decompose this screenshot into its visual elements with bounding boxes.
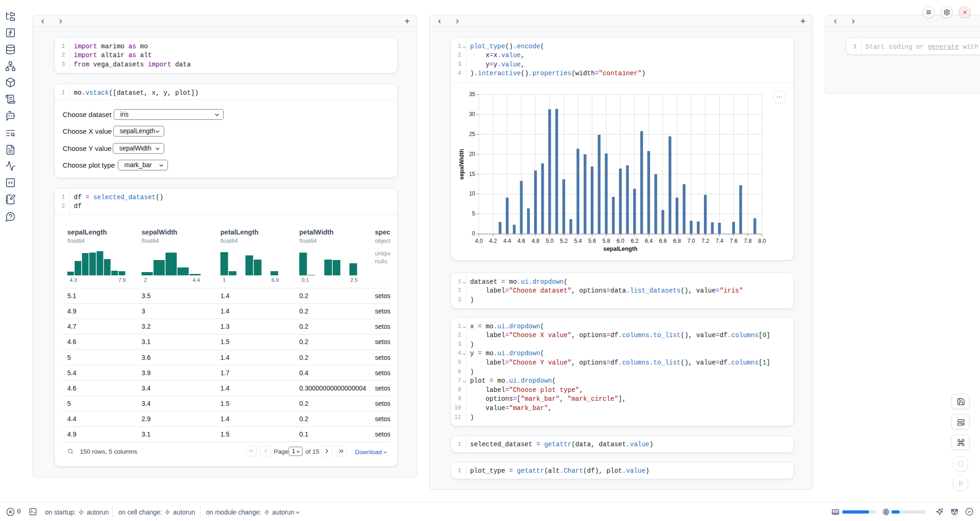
svg-text:6.8: 6.8 — [673, 238, 681, 244]
svg-text:4.0: 4.0 — [475, 238, 483, 244]
svg-text:sepalLength: sepalLength — [603, 246, 638, 252]
svg-text:7.2: 7.2 — [702, 238, 709, 244]
svg-text:7.0: 7.0 — [687, 238, 695, 244]
svg-text:7.4: 7.4 — [716, 238, 723, 244]
svg-text:6.0: 6.0 — [617, 238, 625, 244]
svg-text:15: 15 — [469, 171, 476, 177]
svg-text:4.6: 4.6 — [517, 238, 525, 244]
svg-text:35: 35 — [469, 91, 476, 98]
svg-text:6.2: 6.2 — [631, 238, 638, 244]
svg-text:6.4: 6.4 — [645, 238, 653, 244]
svg-text:20: 20 — [469, 151, 476, 157]
svg-text:0: 0 — [472, 230, 475, 237]
svg-text:4.4: 4.4 — [503, 238, 511, 244]
svg-text:5.4: 5.4 — [574, 238, 582, 244]
svg-text:7.6: 7.6 — [730, 238, 738, 244]
svg-text:4.8: 4.8 — [532, 238, 540, 244]
svg-text:5.2: 5.2 — [560, 238, 568, 244]
svg-text:8.0: 8.0 — [758, 238, 766, 244]
svg-text:5.8: 5.8 — [602, 238, 610, 244]
svg-text:4.2: 4.2 — [489, 238, 497, 244]
svg-text:5.6: 5.6 — [588, 238, 596, 244]
svg-text:sepalWidth: sepalWidth — [458, 149, 465, 180]
svg-text:5: 5 — [472, 210, 475, 217]
svg-text:30: 30 — [469, 111, 476, 117]
svg-text:6.6: 6.6 — [659, 238, 667, 244]
svg-text:25: 25 — [469, 131, 476, 137]
svg-text:7.8: 7.8 — [744, 238, 752, 244]
svg-text:5.0: 5.0 — [546, 238, 554, 244]
svg-text:10: 10 — [469, 190, 476, 197]
